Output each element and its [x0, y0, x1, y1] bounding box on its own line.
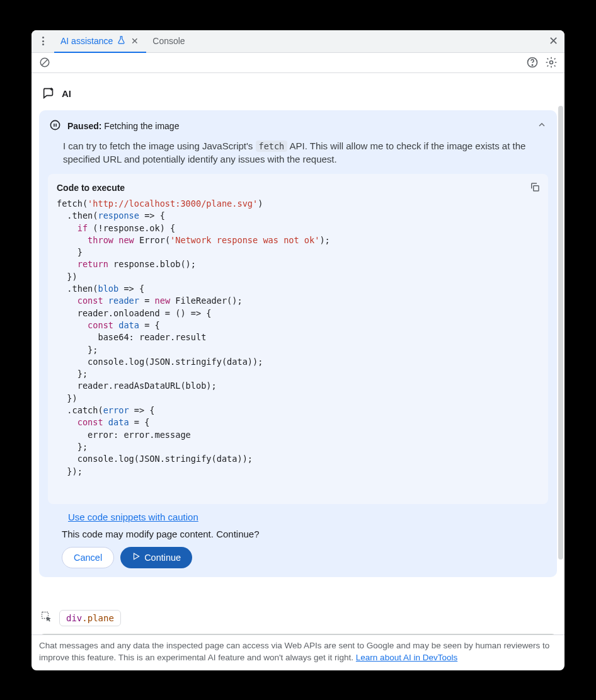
gear-icon[interactable] [544, 55, 558, 69]
element-picker-icon[interactable] [40, 611, 53, 625]
caution-link[interactable]: Use code snippets with caution [68, 512, 548, 522]
card-description: I can try to fetch the image using JavaS… [39, 138, 557, 175]
clear-icon[interactable] [38, 55, 52, 69]
tab-bar: AI assistance ✕ Console ✕ [32, 30, 564, 53]
svg-marker-9 [134, 554, 139, 559]
cancel-button[interactable]: Cancel [62, 547, 114, 568]
toolbar [32, 53, 564, 73]
paused-card: Paused: Fetching the image I can try to … [39, 110, 557, 577]
svg-point-4 [550, 61, 553, 64]
svg-line-1 [42, 60, 48, 66]
svg-point-3 [532, 65, 532, 66]
footer: Chat messages and any data the inspected… [32, 634, 564, 670]
element-selector-row: div.plane [39, 610, 557, 626]
flask-icon [117, 35, 126, 47]
footer-link[interactable]: Learn about AI in DevTools [356, 653, 457, 662]
code-title: Code to execute [57, 183, 539, 193]
element-class: .plane [82, 613, 114, 623]
continue-label: Continue [144, 553, 181, 563]
paused-label: Paused: [67, 121, 101, 131]
close-tab-icon[interactable]: ✕ [130, 36, 140, 46]
kebab-icon [42, 37, 44, 45]
tab-label: AI assistance [60, 36, 113, 46]
tab-ai-assistance[interactable]: AI assistance ✕ [54, 30, 146, 53]
devtools-window: AI assistance ✕ Console ✕ [32, 30, 564, 670]
button-row: Cancel Continue [39, 547, 557, 568]
svg-rect-8 [534, 186, 539, 191]
pause-icon [49, 119, 61, 133]
code-block: Code to execute fetch('http://localhost:… [48, 174, 548, 504]
tab-menu-button[interactable] [35, 33, 50, 49]
code-content: fetch('http://localhost:3000/plane.svg')… [57, 198, 539, 478]
scrollbar[interactable] [558, 106, 563, 597]
continue-button[interactable]: Continue [120, 547, 192, 568]
ask-input[interactable] [39, 634, 557, 634]
selected-element[interactable]: div.plane [59, 610, 121, 626]
footer-text: Chat messages and any data the inspected… [39, 641, 549, 662]
ai-section-header: AI [39, 81, 557, 110]
inline-code: fetch [256, 141, 288, 152]
close-panel-button[interactable]: ✕ [546, 33, 561, 49]
paused-title: Fetching the image [104, 121, 179, 131]
continue-prompt: This code may modify page content. Conti… [39, 525, 557, 547]
paused-status: Paused: Fetching the image [67, 121, 179, 131]
ai-label: AI [62, 88, 71, 99]
tab-console[interactable]: Console [146, 30, 191, 53]
scrollbar-thumb[interactable] [558, 106, 563, 559]
chevron-up-icon[interactable] [537, 120, 547, 132]
content-area: AI Paused: Fetching the image I can try … [32, 73, 564, 634]
input-container [39, 634, 557, 634]
help-icon[interactable] [525, 55, 539, 69]
chat-spark-icon [42, 86, 55, 101]
svg-point-5 [50, 120, 59, 129]
play-icon [132, 552, 140, 563]
card-header: Paused: Fetching the image [39, 110, 557, 138]
tab-label: Console [152, 36, 185, 46]
copy-icon[interactable] [529, 181, 541, 195]
element-tag-name: div [66, 613, 82, 623]
